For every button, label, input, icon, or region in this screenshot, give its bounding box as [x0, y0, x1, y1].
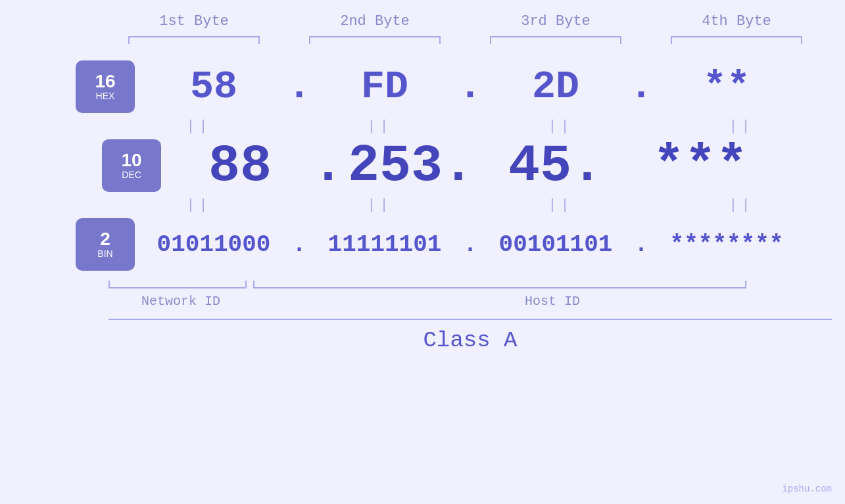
hex-badge: 16 HEX — [76, 60, 135, 113]
bin-badge-num: 2 — [100, 230, 110, 248]
hex-bytes: 58 . FD . 2D . ** — [141, 64, 799, 109]
byte-headers: 1st Byte 2nd Byte 3rd Byte 4th Byte — [104, 13, 827, 30]
class-label: Class A — [423, 328, 518, 353]
bottom-section: Network ID Host ID — [109, 281, 832, 309]
bin-dot1: . — [286, 231, 312, 258]
dec-b4: *** — [628, 136, 773, 196]
hex-dot1: . — [286, 64, 312, 109]
hex-b3: 2D — [483, 64, 628, 109]
bin-badge: 2 BIN — [76, 218, 135, 271]
eq2-b4: || — [669, 197, 814, 214]
hex-b2: FD — [312, 64, 457, 109]
watermark: ipshu.com — [782, 484, 832, 494]
bin-bytes: 01011000 . 11111101 . 00101101 . *******… — [141, 231, 799, 258]
hex-b4: ** — [654, 64, 799, 109]
equals-row-2: || || || || — [109, 195, 832, 215]
bracket-byte4 — [671, 36, 802, 44]
bottom-labels: Network ID Host ID — [109, 294, 832, 309]
bin-b2: 11111101 — [312, 231, 457, 258]
dec-b1: 88 — [168, 136, 312, 196]
header-byte1: 1st Byte — [122, 13, 266, 30]
dec-badge-num: 10 — [121, 151, 141, 170]
hex-dot3: . — [628, 64, 654, 109]
top-brackets — [104, 36, 827, 44]
bracket-host — [253, 281, 746, 288]
bin-row: 2 BIN 01011000 . 11111101 . 00101101 . *… — [46, 215, 799, 274]
bin-badge-label: BIN — [97, 248, 112, 260]
header-byte3: 3rd Byte — [483, 13, 628, 30]
main-container: 1st Byte 2nd Byte 3rd Byte 4th Byte 16 H… — [0, 0, 845, 504]
eq1-b3: || — [489, 118, 633, 135]
bin-b4: ******** — [654, 231, 799, 258]
bracket-byte2 — [309, 36, 441, 44]
header-byte4: 4th Byte — [664, 13, 809, 30]
dec-bytes: 88 . 253. 45. *** — [168, 136, 773, 196]
dec-b2: 253. — [339, 136, 483, 196]
dec-row: 10 DEC 88 . 253. 45. *** — [72, 136, 773, 195]
eq1-b1: || — [127, 118, 272, 135]
dec-badge-label: DEC — [122, 170, 141, 181]
hex-badge-num: 16 — [95, 72, 115, 91]
bottom-brackets-container — [109, 281, 832, 288]
dec-b3: 45. — [483, 136, 628, 196]
host-id-label: Host ID — [273, 294, 832, 309]
hex-dot2: . — [457, 64, 483, 109]
eq2-b3: || — [489, 197, 633, 214]
header-byte2: 2nd Byte — [302, 13, 447, 30]
bracket-byte1 — [128, 36, 260, 44]
hex-badge-label: HEX — [96, 91, 115, 102]
eq2-b1: || — [127, 197, 272, 214]
dec-dot1: . — [312, 136, 339, 196]
equals-row-1: || || || || — [109, 116, 832, 136]
class-row: Class A — [109, 319, 832, 353]
bracket-network — [109, 281, 247, 288]
eq1-b4: || — [669, 118, 814, 135]
bin-b1: 01011000 — [141, 231, 286, 258]
bin-dot2: . — [457, 231, 483, 258]
bracket-byte3 — [490, 36, 621, 44]
hex-b1: 58 — [141, 64, 286, 109]
network-id-label: Network ID — [109, 294, 253, 309]
eq2-b2: || — [308, 197, 452, 214]
dec-badge: 10 DEC — [102, 139, 161, 192]
eq1-b2: || — [308, 118, 452, 135]
bin-dot3: . — [628, 231, 654, 258]
hex-row: 16 HEX 58 . FD . 2D . ** — [46, 57, 799, 116]
bin-b3: 00101101 — [483, 231, 628, 258]
